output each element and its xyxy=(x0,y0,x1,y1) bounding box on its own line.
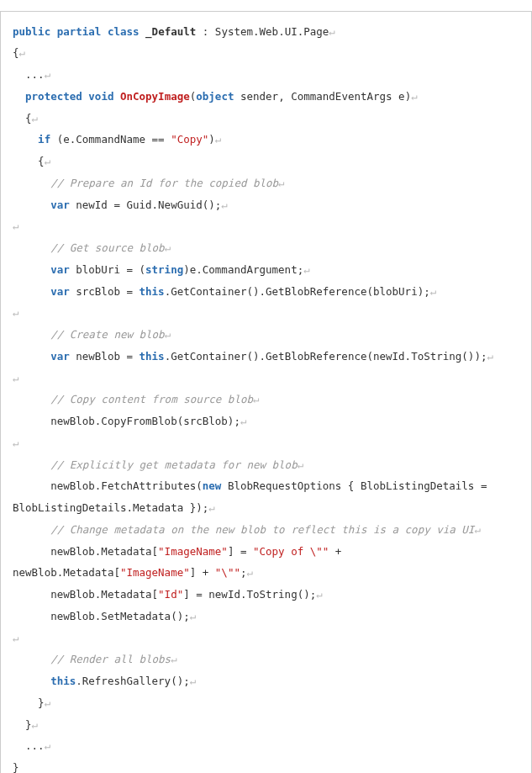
code-token: srcBlob = xyxy=(70,285,140,298)
code-token-kw: this xyxy=(50,675,76,687)
code-token: sender, CommandEventArgs e) xyxy=(234,90,411,103)
code-token: { xyxy=(13,46,19,59)
code-token-nl: ↵ xyxy=(474,523,481,536)
code-token: ] = newId.ToString(); xyxy=(183,588,316,601)
code-token-nl: ↵ xyxy=(253,393,260,405)
code-token: { xyxy=(13,112,32,124)
code-token-kw: var xyxy=(50,263,70,276)
code-token-kw: void xyxy=(88,90,113,103)
code-token: ... xyxy=(13,739,45,752)
code-token-nl: ↵ xyxy=(303,263,310,276)
code-token-kw: if xyxy=(38,133,50,146)
code-token xyxy=(113,90,120,103)
code-token-str: "Id" xyxy=(158,588,183,601)
code-token-str: "Copy of \"" xyxy=(253,545,329,558)
code-token xyxy=(13,177,50,189)
code-token xyxy=(13,675,50,687)
code-token-cls: _Default xyxy=(145,25,196,38)
code-token-cm: // Prepare an Id for the copied blob xyxy=(50,177,278,189)
code-token-kw: protected xyxy=(25,90,82,103)
code-token: newBlob.Metadata[ xyxy=(13,588,158,601)
code-token-nl: ↵ xyxy=(13,220,19,232)
code-token-cm: // Create new blob xyxy=(50,328,164,341)
code-token-nl: ↵ xyxy=(165,241,171,254)
code-token: } xyxy=(13,718,32,731)
code-token-kw: new xyxy=(203,479,222,492)
code-token-nl: ↵ xyxy=(45,68,51,81)
code-content: public partial class _Default : System.W… xyxy=(13,25,493,774)
code-token-str: "ImageName" xyxy=(158,545,228,558)
code-token xyxy=(13,90,25,103)
code-token-nl: ↵ xyxy=(329,25,335,38)
code-token-nl: ↵ xyxy=(215,133,222,146)
code-token: newBlob.FetchAttributes( xyxy=(13,479,203,492)
code-token-kw: partial xyxy=(57,25,102,38)
code-token-nl: ↵ xyxy=(13,372,19,384)
code-token xyxy=(13,393,50,405)
code-token: (e.CommandName == xyxy=(50,133,171,146)
code-token-nl: ↵ xyxy=(32,718,39,731)
code-token-cm: // Copy content from source blob xyxy=(50,393,253,405)
code-token: .GetContainer().GetBlobReference(blobUri… xyxy=(165,285,430,298)
code-token-nl: ↵ xyxy=(19,46,26,59)
code-token: } xyxy=(13,696,45,709)
code-token-nl: ↵ xyxy=(430,285,437,298)
code-token xyxy=(13,133,38,146)
code-token: blobUri = ( xyxy=(70,263,145,276)
code-token-nl: ↵ xyxy=(13,632,19,644)
code-token-cm: // Get source blob xyxy=(50,241,164,254)
code-token-nl: ↵ xyxy=(171,653,177,665)
code-token xyxy=(13,199,50,211)
code-token: newBlob = xyxy=(70,350,140,363)
code-token-nl: ↵ xyxy=(221,199,228,211)
code-token-kw: var xyxy=(50,350,70,363)
code-token-kw: this xyxy=(140,350,165,363)
code-token-kw: string xyxy=(145,263,183,276)
code-token: ] = xyxy=(228,545,253,558)
code-token xyxy=(13,263,50,276)
code-token: .GetContainer().GetBlobReference(newId.T… xyxy=(165,350,487,363)
code-token: newBlob.Metadata[ xyxy=(13,545,158,558)
code-token xyxy=(13,653,50,665)
code-token-nl: ↵ xyxy=(208,501,215,514)
code-token-nl: ↵ xyxy=(45,696,51,709)
code-token-kw: var xyxy=(50,199,70,211)
code-token xyxy=(13,241,50,254)
code-token: ... xyxy=(13,68,45,81)
code-token-nl: ↵ xyxy=(298,458,304,471)
code-token-mn: OnCopyImage xyxy=(120,90,190,103)
code-token-nl: ↵ xyxy=(246,566,253,579)
code-token-nl: ↵ xyxy=(240,415,247,427)
code-token-nl: ↵ xyxy=(190,675,197,687)
code-token: ) xyxy=(208,133,215,146)
code-token-nl: ↵ xyxy=(190,610,197,622)
code-token: )e.CommandArgument; xyxy=(183,263,303,276)
code-token xyxy=(13,523,50,536)
code-token xyxy=(13,458,50,471)
code-token xyxy=(13,328,50,341)
code-token-cm: // Explicitly get metadata for new blob xyxy=(50,458,298,471)
code-token: newBlob.CopyFromBlob(srcBlob); xyxy=(13,415,240,427)
code-token-nl: ↵ xyxy=(316,588,323,601)
code-token-nl: ↵ xyxy=(411,90,418,103)
code-token-nl: ↵ xyxy=(487,350,493,363)
code-token-str: "ImageName" xyxy=(120,566,190,579)
code-token-cm: // Change metadata on the new blob to re… xyxy=(50,523,474,536)
code-token-str: "Copy" xyxy=(171,133,208,146)
code-token xyxy=(101,25,108,38)
code-token-nl: ↵ xyxy=(45,739,51,752)
code-token-nl: ↵ xyxy=(13,306,19,319)
code-token: newBlob.SetMetadata(); xyxy=(13,610,190,622)
code-token: : System.Web.UI.Page xyxy=(196,25,329,38)
code-token-str: "\"" xyxy=(215,566,240,579)
code-token: { xyxy=(13,155,45,167)
code-token-nl: ↵ xyxy=(32,112,39,124)
code-token xyxy=(13,285,50,298)
code-token xyxy=(50,25,57,38)
code-block: public partial class _Default : System.W… xyxy=(0,11,532,774)
code-token-nl: ↵ xyxy=(45,155,51,167)
code-token xyxy=(13,350,50,363)
code-token-kw: class xyxy=(108,25,140,38)
code-token-kw: this xyxy=(140,285,165,298)
code-token: .RefreshGallery(); xyxy=(76,675,189,687)
